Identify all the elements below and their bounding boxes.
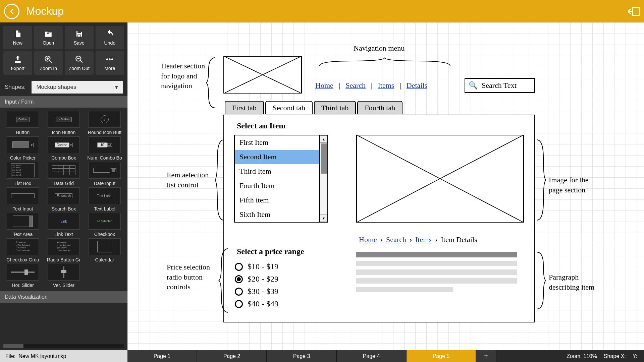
shapes-dropdown[interactable]: Mockup shapes ▾ (32, 81, 123, 94)
shape-radio-group[interactable]: ◉ Selected○ Not Selected◉ Selected○ Not … (44, 238, 84, 262)
export-button[interactable]: Export (3, 51, 32, 75)
tool-label: New (13, 40, 22, 46)
chevron-right-icon: › (410, 235, 412, 244)
brace-icon (533, 250, 547, 311)
zoomout-button[interactable]: Zoom Out (65, 51, 94, 75)
shape-text-input[interactable]: Text Input (3, 187, 43, 212)
shape-date-input[interactable]: ▦Date Input (85, 162, 125, 186)
search-icon: 🔍 (469, 81, 478, 90)
list-item[interactable]: Second Item (235, 150, 319, 164)
exit-icon[interactable] (628, 7, 640, 16)
list-item[interactable]: Fifth item (235, 193, 319, 207)
list-item[interactable]: Sixth Item (235, 207, 319, 222)
shapes-selected: Mockup shapes (36, 84, 76, 90)
app-title: Mockup (26, 5, 628, 17)
tab-third[interactable]: Third tab (314, 101, 356, 114)
shape-data-grid[interactable]: Data Grid (44, 162, 84, 186)
open-button[interactable]: Open (34, 26, 63, 49)
shape-text-area[interactable]: Text Area (3, 213, 43, 237)
section-title-price: Select a price range (237, 247, 304, 256)
shape-checkbox-group[interactable]: ☑ Selected☐ Not Selected☑ Selected☐ Not … (3, 238, 43, 262)
brace-icon (218, 247, 231, 314)
tool-label: Zoom Out (69, 66, 90, 71)
radio-option[interactable]: $40 - $49 (235, 298, 278, 310)
category-input-form[interactable]: Input / Form (0, 96, 127, 108)
nav-link-items[interactable]: Items (378, 81, 394, 90)
page-tabs: Page 1 Page 2 Page 3 Page 4 Page 5 + (127, 350, 560, 362)
shape-button[interactable]: ButtonButton (3, 111, 43, 135)
tool-label: Undo (104, 40, 115, 46)
shape-icon-button[interactable]: ⌂ ButtonIcon Button (44, 111, 84, 135)
nav-link-home[interactable]: Home (315, 81, 333, 90)
svg-point-3 (106, 58, 108, 60)
wireframe-listbox[interactable]: First Item Second Item Third Item Fourth… (234, 135, 328, 223)
shape-hor-slider[interactable]: Hor. Slider (3, 264, 43, 288)
app-header: Mockup (0, 0, 644, 22)
y-label: Y: (633, 353, 637, 359)
chevron-right-icon: › (435, 235, 437, 244)
radio-option[interactable]: $30 - $39 (235, 285, 278, 298)
undo-button[interactable]: Undo (96, 26, 124, 49)
wireframe-image-main[interactable] (356, 135, 524, 223)
page-tab[interactable]: Page 3 (267, 350, 337, 362)
wireframe-nav: Home| Search| Items| Details (315, 81, 427, 90)
nav-link-search[interactable]: Search (345, 81, 366, 90)
tool-label: Zoom In (40, 66, 57, 71)
zoomin-button[interactable]: Zoom In (34, 51, 63, 75)
file-indicator: File: New MK layout.mkp (0, 350, 127, 362)
shape-combo-box[interactable]: Combo▾Combo Box (44, 136, 84, 161)
breadcrumb-search[interactable]: Search (386, 235, 406, 244)
shape-calendar[interactable]: Calendar (85, 238, 125, 262)
tab-first[interactable]: First tab (225, 101, 264, 114)
more-button[interactable]: More (96, 51, 124, 75)
footer: File: New MK layout.mkp Page 1 Page 2 Pa… (0, 350, 644, 362)
page-tab[interactable]: Page 5 (407, 350, 476, 362)
shape-checkbox[interactable]: ☑ SelectedCheckbox (85, 213, 125, 237)
canvas[interactable]: Header section for logo and navigation N… (127, 22, 644, 350)
listbox-scrollbar[interactable]: ▴ ▾ (319, 135, 327, 222)
radio-option[interactable]: $20 - $29 (235, 273, 278, 285)
nav-link-details[interactable]: Details (407, 81, 427, 90)
list-item[interactable]: Third Item (235, 164, 319, 179)
page-tab[interactable]: Page 4 (337, 350, 407, 362)
list-item[interactable]: First Item (235, 135, 319, 150)
shape-link-text[interactable]: LinkLink Text (44, 213, 84, 237)
page-tab[interactable]: Page 1 (127, 350, 197, 362)
wireframe-search[interactable]: 🔍 Search Text (465, 78, 535, 93)
annotation-itemlist: Item aelection list control (167, 170, 210, 190)
list-item[interactable]: Fourth Item (235, 179, 319, 193)
shape-round-icon-button[interactable]: ⌂Round Icon Butt (85, 111, 125, 135)
wireframe-radio-group: $10 - $19 $20 - $29 $30 - $39 $40 - $49 (235, 260, 278, 310)
annotation-priceradio: Price selection radio button controls (167, 262, 214, 292)
shape-color-picker[interactable]: ▾Color Picker (3, 136, 43, 161)
chevron-right-icon: › (380, 235, 383, 244)
sidebar-scrollbar[interactable] (3, 344, 124, 348)
scroll-down-icon[interactable]: ▾ (320, 215, 327, 222)
page-tab[interactable]: Page 2 (197, 350, 267, 362)
wireframe-breadcrumb: Home › Search › Items › Item Details (359, 235, 477, 244)
wireframe-tabs: First tab Second tab Third tab Fourth ta… (225, 101, 404, 114)
tool-label: Export (11, 66, 24, 71)
new-button[interactable]: New (3, 26, 32, 49)
back-button[interactable] (4, 4, 19, 19)
tab-fourth[interactable]: Fourth tab (357, 101, 402, 114)
svg-rect-0 (633, 7, 639, 15)
radio-option[interactable]: $10 - $19 (235, 260, 278, 273)
shape-text-label[interactable]: Text LabelText Label (85, 187, 125, 212)
breadcrumb-items[interactable]: Items (415, 235, 432, 244)
shape-search-box[interactable]: 🔍 SearchSearch Box (44, 187, 84, 212)
scroll-thumb[interactable] (321, 143, 327, 174)
shape-ver-slider[interactable]: Ver. Slider (44, 264, 84, 288)
svg-point-5 (111, 58, 113, 60)
shape-list-box[interactable]: List Item 1List Item 2List Item 3List It… (3, 162, 43, 186)
category-data-viz[interactable]: Data Visualization (0, 291, 127, 303)
file-label: File: (5, 353, 15, 359)
breadcrumb-home[interactable]: Home (359, 235, 377, 244)
shape-num-combo[interactable]: 10▴▾Num. Combo Bo (85, 136, 125, 161)
tab-second[interactable]: Second tab (265, 101, 313, 114)
save-button[interactable]: Save (65, 26, 94, 49)
scroll-up-icon[interactable]: ▴ (320, 135, 327, 143)
svg-point-4 (109, 58, 111, 60)
wireframe-image-logo[interactable] (223, 56, 302, 94)
add-page-button[interactable]: + (476, 350, 496, 362)
